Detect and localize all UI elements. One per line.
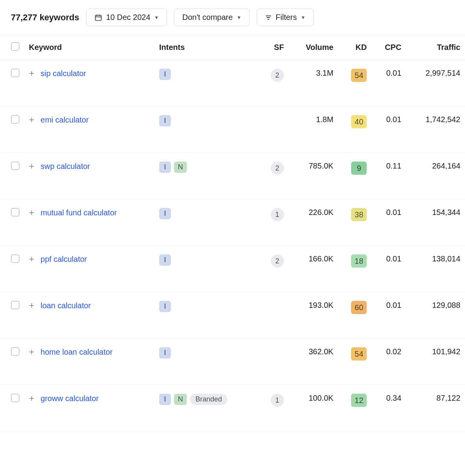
compare-button[interactable]: Don't compare ▼ bbox=[174, 9, 249, 26]
filters-button[interactable]: Filters ▼ bbox=[257, 9, 314, 26]
intent-badges: I bbox=[159, 301, 171, 312]
col-traffic[interactable]: Traffic bbox=[406, 35, 465, 60]
intent-badge: Branded bbox=[190, 394, 227, 405]
cpc-value: 0.34 bbox=[371, 385, 406, 432]
intent-badges: I bbox=[159, 208, 171, 219]
intent-badge: I bbox=[159, 162, 171, 173]
keyword-link[interactable]: ppf calculator bbox=[41, 255, 87, 264]
chevron-down-icon: ▼ bbox=[237, 15, 241, 20]
sf-badge: 2 bbox=[271, 254, 284, 268]
traffic-value: 264,164 bbox=[406, 153, 465, 199]
add-icon[interactable]: + bbox=[29, 301, 34, 310]
add-icon[interactable]: + bbox=[29, 69, 34, 78]
table-row: +home loan calculatorI362.0K540.02101,94… bbox=[0, 339, 465, 385]
row-checkbox[interactable] bbox=[11, 208, 20, 217]
keywords-table: Keyword Intents SF Volume KD CPC Traffic… bbox=[0, 35, 465, 432]
intent-badge: I bbox=[159, 301, 171, 312]
kd-badge: 9 bbox=[351, 162, 367, 175]
keyword-link[interactable]: sip calculator bbox=[41, 69, 86, 78]
row-checkbox[interactable] bbox=[11, 69, 20, 77]
intent-badge: I bbox=[159, 115, 171, 126]
select-all-checkbox[interactable] bbox=[11, 42, 20, 51]
cpc-value: 0.01 bbox=[371, 199, 406, 246]
table-header-row: Keyword Intents SF Volume KD CPC Traffic bbox=[0, 35, 465, 60]
row-checkbox[interactable] bbox=[11, 254, 20, 263]
intent-badge: I bbox=[159, 69, 171, 80]
svg-rect-4 bbox=[266, 15, 271, 16]
col-kd[interactable]: KD bbox=[338, 35, 372, 60]
intent-badges: I bbox=[159, 69, 171, 80]
keyword-link[interactable]: mutual fund calculator bbox=[41, 208, 117, 217]
kd-badge: 38 bbox=[351, 208, 367, 221]
col-select bbox=[0, 35, 24, 60]
toolbar: 77,277 keywords 10 Dec 2024 ▼ Don't comp… bbox=[0, 0, 465, 35]
traffic-value: 138,014 bbox=[406, 246, 465, 292]
svg-rect-5 bbox=[266, 17, 270, 18]
intent-badge: N bbox=[174, 162, 187, 173]
intent-badges: INBranded bbox=[159, 394, 227, 405]
row-checkbox[interactable] bbox=[11, 301, 20, 309]
col-sf[interactable]: SF bbox=[258, 35, 289, 60]
add-icon[interactable]: + bbox=[29, 347, 34, 357]
traffic-value: 87,122 bbox=[406, 385, 465, 432]
volume-value: 3.1M bbox=[289, 60, 338, 107]
table-row: +groww calculatorINBranded1100.0K120.348… bbox=[0, 385, 465, 432]
traffic-value: 154,344 bbox=[406, 199, 465, 246]
compare-label: Don't compare bbox=[182, 13, 232, 22]
volume-value: 785.0K bbox=[289, 153, 338, 199]
kd-badge: 60 bbox=[351, 301, 367, 314]
table-row: +emi calculatorI1.8M400.011,742,542 bbox=[0, 107, 465, 153]
cpc-value: 0.01 bbox=[371, 292, 406, 339]
col-intents[interactable]: Intents bbox=[154, 35, 258, 60]
add-icon[interactable]: + bbox=[29, 162, 34, 171]
row-checkbox[interactable] bbox=[11, 115, 20, 124]
chevron-down-icon: ▼ bbox=[301, 15, 305, 20]
keyword-link[interactable]: loan calculator bbox=[41, 301, 91, 310]
intent-badges: I bbox=[159, 115, 171, 126]
intent-badges: I bbox=[159, 254, 171, 266]
sf-badge: 1 bbox=[271, 394, 284, 407]
add-icon[interactable]: + bbox=[29, 394, 34, 403]
sf-badge: 2 bbox=[271, 69, 284, 82]
date-picker-button[interactable]: 10 Dec 2024 ▼ bbox=[86, 9, 167, 26]
table-row: +mutual fund calculatorI1226.0K380.01154… bbox=[0, 199, 465, 246]
sf-badge: 2 bbox=[271, 162, 284, 175]
keyword-link[interactable]: groww calculator bbox=[41, 394, 99, 403]
intent-badge: I bbox=[159, 394, 171, 405]
keyword-link[interactable]: home loan calculator bbox=[41, 348, 113, 357]
kd-badge: 12 bbox=[351, 394, 367, 407]
intent-badge: I bbox=[159, 347, 171, 359]
traffic-value: 129,088 bbox=[406, 292, 465, 339]
col-cpc[interactable]: CPC bbox=[371, 35, 406, 60]
intent-badges: I bbox=[159, 347, 171, 359]
keyword-link[interactable]: emi calculator bbox=[41, 115, 89, 124]
volume-value: 362.0K bbox=[289, 339, 338, 385]
cpc-value: 0.01 bbox=[371, 107, 406, 153]
cpc-value: 0.02 bbox=[371, 339, 406, 385]
keyword-link[interactable]: swp calculator bbox=[41, 162, 90, 171]
row-checkbox[interactable] bbox=[11, 394, 20, 402]
traffic-value: 2,997,514 bbox=[406, 60, 465, 107]
calendar-icon bbox=[94, 14, 102, 21]
row-checkbox[interactable] bbox=[11, 347, 20, 356]
volume-value: 166.0K bbox=[289, 246, 338, 292]
table-row: +sip calculatorI23.1M540.012,997,514 bbox=[0, 60, 465, 107]
intent-badges: IN bbox=[159, 162, 187, 173]
table-row: +loan calculatorI193.0K600.01129,088 bbox=[0, 292, 465, 339]
add-icon[interactable]: + bbox=[29, 115, 34, 124]
col-volume[interactable]: Volume bbox=[289, 35, 338, 60]
add-icon[interactable]: + bbox=[29, 254, 34, 264]
add-icon[interactable]: + bbox=[29, 208, 34, 217]
kd-badge: 40 bbox=[351, 115, 367, 128]
table-row: +ppf calculatorI2166.0K180.01138,014 bbox=[0, 246, 465, 292]
cpc-value: 0.01 bbox=[371, 246, 406, 292]
row-checkbox[interactable] bbox=[11, 162, 20, 170]
intent-badge: I bbox=[159, 208, 171, 219]
chevron-down-icon: ▼ bbox=[154, 15, 159, 20]
intent-badge: I bbox=[159, 254, 171, 266]
col-keyword[interactable]: Keyword bbox=[24, 35, 154, 60]
cpc-value: 0.11 bbox=[371, 153, 406, 199]
date-label: 10 Dec 2024 bbox=[106, 13, 150, 22]
traffic-value: 101,942 bbox=[406, 339, 465, 385]
kd-badge: 18 bbox=[351, 254, 367, 268]
